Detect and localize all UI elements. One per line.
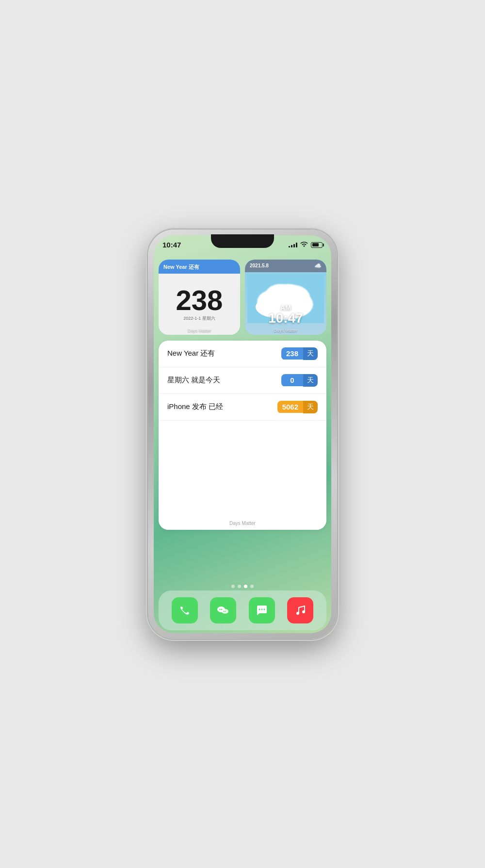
calendar-widget[interactable]: New Year 还有 238 2022-1-1 星期六 Days Matter [159, 260, 240, 335]
weather-header: 2021.5.8 ☁️ [245, 260, 326, 272]
svg-point-16 [263, 608, 265, 610]
dock-phone-icon[interactable] [172, 597, 198, 623]
wifi-icon [300, 241, 308, 249]
svg-point-9 [220, 608, 221, 609]
calendar-date: 2022-1-1 星期六 [183, 315, 215, 322]
row1-count: 238 [281, 347, 303, 360]
dock-wechat-icon[interactable] [210, 597, 236, 623]
dock [159, 590, 326, 630]
row1-badge: 238 天 [281, 347, 318, 360]
row2-label: 星期六 就是今天 [167, 376, 220, 385]
svg-point-14 [259, 608, 260, 610]
widget-empty-space [159, 421, 326, 518]
weather-widget[interactable]: 2021.5.8 ☁️ AM 10:47 Days Matter [245, 260, 326, 335]
days-matter-row-1: New Year 还有 238 天 [159, 341, 326, 367]
svg-point-15 [261, 608, 262, 610]
weather-date: 2021.5.8 [250, 263, 269, 268]
calendar-number: 238 [176, 286, 223, 314]
row2-unit: 天 [303, 374, 318, 387]
weather-time-overlay: AM 10:47 [245, 304, 326, 325]
calendar-body: 238 2022-1-1 星期六 [159, 274, 240, 335]
dot-3-active [244, 585, 247, 588]
dot-2 [238, 585, 241, 588]
row1-unit: 天 [303, 347, 318, 360]
widgets-area: New Year 还有 238 2022-1-1 星期六 Days Matter [159, 260, 326, 530]
days-matter-row-3: iPhone 发布 已经 5062 天 [159, 394, 326, 421]
calendar-widget-header: New Year 还有 [159, 260, 240, 274]
svg-point-18 [302, 610, 305, 613]
row2-count: 0 [281, 374, 303, 386]
battery-icon [311, 242, 323, 248]
row3-badge: 5062 天 [277, 401, 318, 413]
svg-point-13 [225, 611, 226, 612]
large-widget-label: Days Matter [159, 518, 326, 530]
row3-label: iPhone 发布 已经 [167, 402, 223, 411]
days-matter-row-2: 星期六 就是今天 0 天 [159, 367, 326, 394]
row3-unit: 天 [303, 401, 318, 413]
calendar-header-text: New Year 还有 [163, 263, 235, 271]
row2-badge: 0 天 [281, 374, 318, 387]
large-widget[interactable]: New Year 还有 238 天 星期六 就是今天 0 天 i [159, 341, 326, 530]
status-time: 10:47 [162, 241, 181, 249]
page-dots [153, 585, 332, 588]
notch [211, 234, 274, 248]
dot-1 [231, 585, 235, 588]
row3-count: 5062 [277, 401, 303, 413]
calendar-widget-label: Days Matter [159, 328, 240, 333]
phone-screen: 10:47 [153, 234, 332, 634]
status-icons [289, 241, 323, 249]
weather-time: 10:47 [245, 311, 326, 325]
row1-label: New Year 还有 [167, 349, 215, 358]
phone-frame: 10:47 [148, 229, 337, 639]
svg-point-10 [221, 608, 222, 609]
dock-messages-icon[interactable] [249, 597, 275, 623]
signal-icon [289, 242, 297, 247]
dot-4 [250, 585, 254, 588]
svg-point-12 [224, 611, 225, 612]
dock-music-icon[interactable] [287, 597, 313, 623]
svg-point-17 [296, 612, 299, 615]
small-widgets-row: New Year 还有 238 2022-1-1 星期六 Days Matter [159, 260, 326, 335]
weather-widget-label: Days Matter [245, 328, 326, 333]
